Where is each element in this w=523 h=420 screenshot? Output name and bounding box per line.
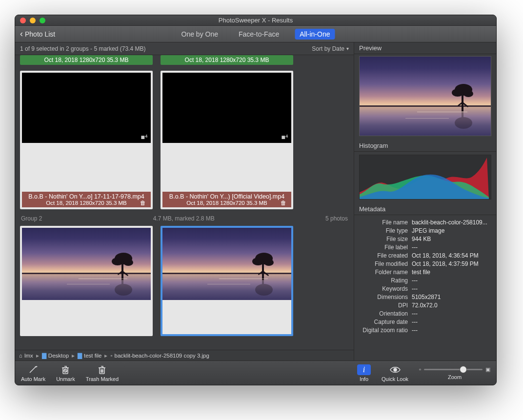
filename-label: B.o.B - Nothin' On Y...o] 17-11-17-978.m… [25, 193, 148, 200]
window-title: PhotoSweeper X - Results [15, 17, 496, 24]
marked-meta-bar: B.o.B - Nothin' On Y...) [Official Video… [162, 192, 291, 207]
inspector-pane: Preview Histogram Metadata [354, 42, 496, 360]
zoom-window-button[interactable] [40, 18, 45, 23]
zoom-control: ▫ ▣ Zoom [419, 366, 490, 380]
zoom-min-icon[interactable]: ▫ [419, 366, 421, 372]
top-toolbar: ‹ Photo List One by One Face-to-Face All… [15, 26, 496, 42]
metadata-row: Orientation--- [357, 309, 493, 318]
metadata-row: File size944 KB [357, 235, 493, 243]
result-card-selected[interactable] [161, 226, 293, 336]
svg-point-21 [394, 368, 397, 371]
metadata-row: File createdOct 18, 2018, 4:36:54 PM [357, 251, 493, 260]
svg-point-14 [463, 90, 473, 97]
quick-look-button[interactable]: Quick Look [382, 364, 408, 382]
metadata-row: File modifiedOct 18, 2018, 4:37:59 PM [357, 260, 493, 268]
chevron-right-icon: ▸ [72, 352, 75, 359]
metadata-row: Keywords--- [357, 284, 493, 293]
selection-status: 1 of 9 selected in 2 groups - 5 marked (… [20, 45, 145, 52]
metadata-row: Digital zoom ratio--- [357, 326, 493, 334]
info-icon: i [357, 364, 371, 375]
close-window-button[interactable] [20, 18, 26, 23]
info-button[interactable]: i Info [357, 364, 371, 382]
result-card[interactable] [20, 226, 153, 336]
metadata-row: Capture date--- [357, 318, 493, 326]
status-bar: 1 of 9 selected in 2 groups - 5 marked (… [15, 42, 354, 55]
metadata-table: File namebacklit-beach-color-258109... F… [354, 217, 496, 337]
svg-point-2 [123, 259, 133, 266]
breadcrumb-item[interactable]: ▇Desktop [42, 352, 69, 359]
metadata-row: File namebacklit-beach-color-258109... [357, 218, 493, 226]
chevron-left-icon: ‹ [20, 29, 23, 38]
video-thumbnail: ■⁴ [22, 73, 151, 143]
minimize-window-button[interactable] [30, 18, 36, 23]
breadcrumb-home[interactable]: ⌂lmx [19, 353, 33, 359]
metadata-row: DPI72.0x72.0 [357, 301, 493, 309]
unmark-button[interactable]: Unmark [56, 364, 75, 382]
tab-one-by-one[interactable]: One by One [177, 29, 223, 40]
metadata-row: File typeJPEG image [357, 226, 493, 235]
sort-menu[interactable]: Sort by Date ▾ [312, 45, 349, 52]
auto-mark-button[interactable]: Auto Mark [21, 364, 45, 382]
folder-icon: ▇ [78, 352, 82, 359]
svg-point-8 [264, 259, 274, 266]
preview-image [359, 56, 491, 136]
photo-thumbnail [162, 228, 291, 300]
breadcrumb-file[interactable]: ▫backlit-beach-color-258109 copy 3.jpg [110, 353, 209, 359]
chevron-right-icon: ▸ [36, 352, 39, 359]
result-card[interactable]: ■⁴ B.o.B - Nothin' On Y...o] 17-11-17-97… [20, 71, 153, 209]
results-pane: 1 of 9 selected in 2 groups - 5 marked (… [15, 42, 354, 360]
view-mode-tabs: One by One Face-to-Face All-in-One [177, 29, 335, 40]
group-count: 5 photos [325, 215, 348, 222]
unmark-icon [60, 364, 70, 375]
marked-meta-bar: B.o.B - Nothin' On Y...o] 17-11-17-978.m… [22, 192, 151, 207]
trash-icon[interactable]: 🗑 [281, 200, 286, 206]
metadata-section-title: Metadata [354, 202, 496, 215]
video-thumbnail: ■⁴ [162, 73, 291, 143]
tab-face-to-face[interactable]: Face-to-Face [234, 29, 284, 40]
svg-rect-11 [262, 268, 264, 286]
histogram-section-title: Histogram [354, 139, 496, 151]
eye-icon [389, 364, 401, 375]
metadata-row: File label--- [357, 243, 493, 251]
sort-label: Sort by Date [312, 45, 344, 52]
breadcrumb-item[interactable]: ▇test file [78, 352, 101, 359]
group-title: Group 2 [21, 215, 42, 222]
zoom-slider-thumb[interactable] [460, 366, 466, 373]
svg-rect-17 [462, 101, 463, 119]
folder-icon: ▇ [42, 352, 46, 359]
trash-icon [97, 364, 107, 375]
zoom-slider[interactable] [424, 369, 483, 370]
app-window: PhotoSweeper X - Results ‹ Photo List On… [15, 15, 497, 385]
file-icon: ▫ [110, 353, 112, 359]
photo-thumbnail [22, 228, 151, 300]
file-meta: Oct 18, 2018 1280x720 35.3 MB [46, 200, 127, 206]
preview-section-title: Preview [354, 42, 496, 54]
metadata-row: Rating--- [357, 276, 493, 284]
video-icon: ■⁴ [282, 133, 288, 141]
wand-icon [28, 364, 39, 375]
titlebar: PhotoSweeper X - Results [15, 15, 496, 26]
trash-marked-button[interactable]: Trash Marked [86, 364, 119, 382]
file-meta: Oct 18, 2018 1280x720 35.3 MB [186, 200, 267, 206]
chevron-right-icon: ▸ [104, 352, 107, 359]
zoom-max-icon[interactable]: ▣ [485, 366, 490, 373]
filename-label: B.o.B - Nothin' On Y...) [Official Video… [165, 193, 288, 200]
metadata-row: Dimensions5105x2871 [357, 293, 493, 301]
home-icon: ⌂ [19, 353, 22, 359]
svg-rect-5 [121, 268, 123, 286]
back-label: Photo List [25, 30, 55, 38]
back-button[interactable]: ‹ Photo List [20, 30, 55, 38]
group-header: Group 2 4.7 MB, marked 2.8 MB 5 photos [20, 209, 349, 225]
histogram-chart [359, 155, 491, 200]
tab-all-in-one[interactable]: All-in-One [295, 29, 335, 40]
group-mid: 4.7 MB, marked 2.8 MB [153, 215, 215, 222]
kept-meta-bar: Oct 18, 2018 1280x720 35.3 MB [161, 55, 293, 65]
chevron-down-icon: ▾ [346, 46, 349, 51]
kept-meta-bar: Oct 18, 2018 1280x720 35.3 MB [20, 55, 153, 65]
bottom-toolbar: Auto Mark Unmark Trash Marked i Info Qui… [15, 360, 496, 385]
video-icon: ■⁴ [141, 133, 148, 141]
metadata-row: Folder nametest file [357, 268, 493, 276]
breadcrumb: ⌂lmx ▸ ▇Desktop ▸ ▇test file ▸ ▫backlit-… [15, 350, 354, 360]
result-card[interactable]: ■⁴ B.o.B - Nothin' On Y...) [Official Vi… [161, 71, 293, 209]
trash-icon[interactable]: 🗑 [140, 200, 146, 206]
